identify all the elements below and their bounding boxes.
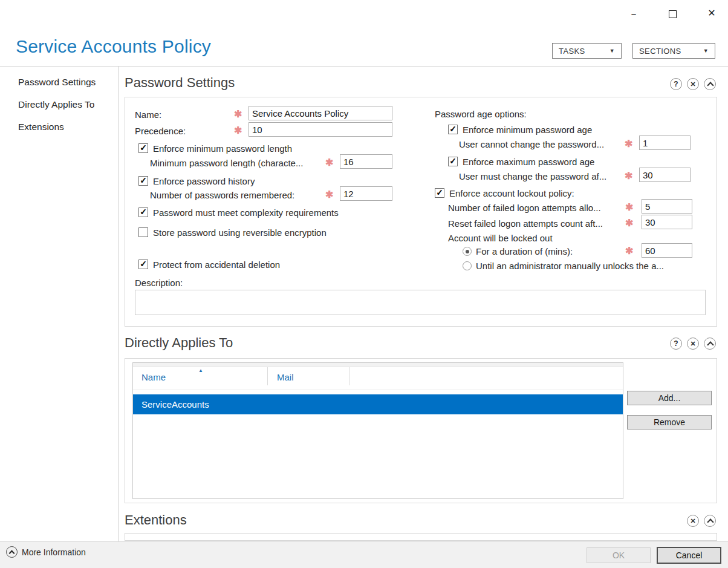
password-settings-section-title: Password Settings xyxy=(125,75,235,91)
enforce-min-length-label: Enforce minimum password length xyxy=(153,143,292,154)
close-icon: ✕ xyxy=(707,7,715,19)
until-admin-label: Until an administrator manually unlocks … xyxy=(476,261,664,271)
age-options-label: Password age options: xyxy=(435,109,527,119)
list-header-strip xyxy=(133,363,623,367)
more-information-label[interactable]: More Information xyxy=(22,547,86,557)
duration-input[interactable] xyxy=(642,243,692,258)
reset-count-input[interactable] xyxy=(642,215,692,229)
failed-attempts-input[interactable] xyxy=(642,199,692,214)
enforce-min-age-label: Enforce minimum password age xyxy=(463,125,592,135)
locked-out-label: Account will be locked out xyxy=(448,233,553,243)
sidebar-item-password-settings[interactable]: Password Settings xyxy=(18,77,96,88)
description-label: Description: xyxy=(135,278,183,288)
enforce-max-age-checkbox[interactable]: ✓ xyxy=(448,157,458,166)
until-admin-radio[interactable] xyxy=(463,261,472,270)
history-label: Number of passwords remembered: xyxy=(150,190,294,200)
enforce-history-checkbox[interactable]: ✓ xyxy=(138,176,148,186)
lockout-policy-label: Enforce account lockout policy: xyxy=(449,188,574,198)
precedence-label: Precedence: xyxy=(135,126,186,136)
applies-to-list: Name ▲ Mail ServiceAccounts xyxy=(132,362,623,499)
precedence-input[interactable] xyxy=(249,122,392,137)
maximize-button[interactable] xyxy=(661,5,683,22)
column-divider[interactable] xyxy=(267,367,268,385)
complexity-label: Password must meet complexity requiremen… xyxy=(153,207,339,218)
extensions-panel xyxy=(125,533,717,541)
enforce-min-length-checkbox[interactable]: ✓ xyxy=(138,143,148,153)
name-input[interactable] xyxy=(249,106,392,120)
table-row-serviceaccounts[interactable]: ServiceAccounts xyxy=(133,394,623,414)
max-age-input[interactable] xyxy=(639,168,691,182)
sidebar-item-extensions[interactable]: Extensions xyxy=(18,122,64,132)
lockout-policy-checkbox[interactable]: ✓ xyxy=(435,188,444,198)
min-age-label: User cannot change the password... xyxy=(459,139,604,149)
history-input[interactable] xyxy=(340,186,392,201)
duration-radio[interactable] xyxy=(463,247,472,256)
sort-ascending-icon: ▲ xyxy=(198,368,203,373)
complexity-checkbox[interactable]: ✓ xyxy=(138,207,148,217)
enforce-history-label: Enforce password history xyxy=(153,176,255,186)
section-close-icon[interactable]: ✕ xyxy=(687,338,699,350)
required-icon: ✱ xyxy=(625,171,632,181)
failed-attempts-label: Number of failed logon attempts allo... xyxy=(448,203,601,213)
enforce-min-age-checkbox[interactable]: ✓ xyxy=(448,125,458,134)
maximize-icon xyxy=(669,10,677,18)
close-button[interactable]: ✕ xyxy=(701,5,723,22)
required-icon: ✱ xyxy=(625,246,633,256)
minimize-button[interactable]: – xyxy=(623,5,645,22)
service-accounts-policy-dialog: – ✕ Service Accounts Policy TASKS ▼ SECT… xyxy=(0,0,728,568)
sidebar-item-directly-applies-to[interactable]: Directly Applies To xyxy=(18,99,94,110)
required-icon: ✱ xyxy=(625,139,632,149)
reversible-encryption-checkbox[interactable] xyxy=(138,227,148,237)
ok-button[interactable]: OK xyxy=(587,547,651,563)
required-icon: ✱ xyxy=(625,203,633,212)
min-length-input[interactable] xyxy=(340,154,392,169)
column-header-name[interactable]: Name xyxy=(141,372,166,382)
column-header-mail[interactable]: Mail xyxy=(277,372,294,382)
min-age-input[interactable] xyxy=(639,135,691,150)
chevron-down-icon: ▼ xyxy=(703,48,709,54)
sections-button[interactable]: SECTIONS ▼ xyxy=(632,43,715,59)
page-title: Service Accounts Policy xyxy=(16,36,211,57)
header-divider xyxy=(133,390,623,390)
password-settings-panel: Name: ✱ Precedence: ✱ ✓ Enforce minimum … xyxy=(125,97,717,327)
directly-applies-to-panel: Name ▲ Mail ServiceAccounts Add... Remov… xyxy=(125,358,717,503)
section-nav-sidebar: Password Settings Directly Applies To Ex… xyxy=(0,67,119,541)
required-icon: ✱ xyxy=(325,190,333,200)
minimize-icon: – xyxy=(631,7,637,19)
chevron-down-icon: ▼ xyxy=(609,48,615,54)
help-icon[interactable]: ? xyxy=(670,338,682,350)
enforce-max-age-label: Enforce maximum password age xyxy=(463,157,594,167)
required-icon: ✱ xyxy=(234,126,242,135)
section-collapse-icon[interactable] xyxy=(704,78,716,90)
extensions-section-title: Extentions xyxy=(125,512,187,528)
reversible-encryption-label: Store password using reversible encrypti… xyxy=(153,227,327,238)
duration-label: For a duration of (mins): xyxy=(476,246,573,256)
sections-button-label: SECTIONS xyxy=(639,47,681,56)
protect-deletion-label: Protect from accidental deletion xyxy=(153,260,280,270)
section-collapse-icon[interactable] xyxy=(704,515,716,527)
tasks-button-label: TASKS xyxy=(559,47,585,56)
section-close-icon[interactable]: ✕ xyxy=(687,78,699,90)
section-collapse-icon[interactable] xyxy=(704,338,716,350)
remove-button[interactable]: Remove xyxy=(627,415,712,429)
column-divider[interactable] xyxy=(349,367,350,385)
section-close-icon[interactable]: ✕ xyxy=(687,515,699,527)
help-icon[interactable]: ? xyxy=(670,78,682,90)
directly-applies-to-section-title: Directly Applies To xyxy=(125,335,233,351)
max-age-label: User must change the password af... xyxy=(459,171,606,181)
min-length-label: Minimum password length (characte... xyxy=(150,158,303,168)
more-information-collapse-icon[interactable] xyxy=(6,546,18,558)
name-label: Name: xyxy=(135,109,161,120)
description-input[interactable] xyxy=(135,290,706,315)
tasks-button[interactable]: TASKS ▼ xyxy=(552,43,622,59)
required-icon: ✱ xyxy=(325,158,333,168)
add-button[interactable]: Add... xyxy=(627,391,712,405)
required-icon: ✱ xyxy=(234,109,242,119)
required-icon: ✱ xyxy=(625,218,633,228)
cancel-button[interactable]: Cancel xyxy=(657,547,721,564)
reset-count-label: Reset failed logon attempts count aft... xyxy=(448,218,603,229)
protect-deletion-checkbox[interactable]: ✓ xyxy=(138,260,148,269)
